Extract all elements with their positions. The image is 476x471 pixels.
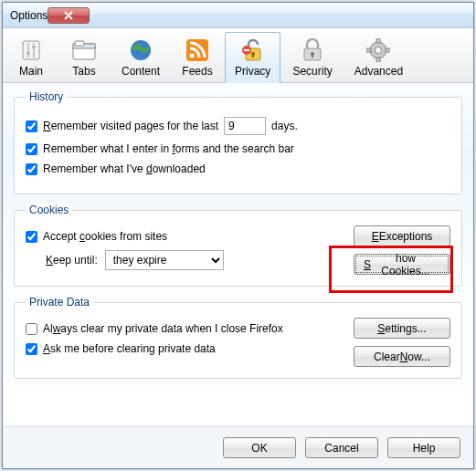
clear-now-button[interactable]: Clear Now... [354, 346, 450, 367]
tab-label: Security [292, 65, 332, 78]
svg-rect-22 [376, 38, 380, 43]
keep-until-select[interactable]: they expire [105, 250, 224, 270]
tab-content[interactable]: Content [111, 32, 170, 83]
rss-icon [186, 39, 208, 61]
svg-rect-24 [366, 48, 371, 52]
accept-cookies-label: Accept cookies from sites [43, 230, 167, 243]
svg-rect-0 [23, 41, 39, 59]
tab-security[interactable]: Security [282, 32, 342, 83]
content-area: History Remember visited pages for the l… [3, 83, 473, 426]
accept-cookies-checkbox[interactable] [26, 231, 37, 243]
options-window: Options Main Tabs Content Feeds Privacy … [2, 2, 474, 469]
window-title: Options [10, 9, 48, 22]
close-button[interactable] [48, 7, 90, 24]
tab-label: Main [19, 65, 43, 78]
exceptions-button[interactable]: EExceptions [354, 225, 450, 246]
padlock-icon [302, 38, 323, 62]
ask-before-clear-checkbox[interactable] [26, 343, 37, 355]
svg-rect-7 [75, 41, 84, 46]
globe-icon [129, 38, 153, 62]
svg-rect-19 [312, 54, 313, 58]
keep-until-label: Keep until: [46, 254, 98, 267]
history-legend: History [26, 90, 67, 103]
always-clear-checkbox[interactable] [26, 323, 37, 335]
cookies-group: Cookies Accept cookies from sites Keep u… [14, 204, 462, 287]
tab-label: Tabs [72, 65, 95, 78]
close-icon [64, 11, 73, 20]
svg-rect-3 [26, 52, 30, 55]
always-clear-label: Always clear my private data when I clos… [43, 322, 283, 335]
tab-tabs[interactable]: Tabs [58, 32, 110, 83]
svg-rect-16 [244, 49, 249, 51]
remember-visited-label: Remember visited pages for the last [43, 120, 218, 132]
settings-button[interactable]: Settings... [354, 318, 450, 339]
tab-label: Advanced [354, 65, 403, 78]
tab-label: Privacy [235, 65, 270, 78]
help-button[interactable]: Help [387, 437, 460, 458]
ok-button[interactable]: OK [223, 437, 296, 458]
svg-rect-25 [386, 48, 390, 52]
remember-visited-checkbox[interactable] [26, 120, 37, 132]
tab-label: Feeds [182, 65, 212, 78]
tab-label: Content [122, 65, 160, 78]
svg-point-9 [136, 43, 140, 48]
cancel-button[interactable]: Cancel [305, 437, 378, 458]
remember-downloads-checkbox[interactable] [26, 163, 37, 175]
show-cookies-button[interactable]: Show Cookies... [354, 254, 450, 275]
ask-before-clear-label: Ask me before clearing private data [43, 342, 216, 355]
private-data-legend: Private Data [26, 296, 93, 309]
dialog-footer: OK Cancel Help [3, 426, 473, 468]
window-icon [72, 40, 96, 60]
cookies-legend: Cookies [26, 204, 72, 216]
tab-feeds[interactable]: Feeds [172, 32, 223, 83]
visited-days-input[interactable] [224, 117, 266, 135]
gear-icon [366, 38, 390, 62]
svg-point-11 [190, 54, 195, 58]
days-label: days. [271, 120, 298, 132]
remember-forms-checkbox[interactable] [26, 143, 37, 155]
titlebar: Options [3, 3, 473, 28]
private-data-group: Private Data Always clear my private dat… [14, 296, 462, 379]
slider-icon [20, 39, 42, 61]
remember-forms-label: Remember what I enter in forms and the s… [43, 142, 294, 155]
tab-privacy[interactable]: Privacy [225, 32, 280, 83]
tab-main[interactable]: Main [5, 32, 57, 83]
remember-downloads-label: Remember what I've downloaded [43, 162, 206, 175]
svg-rect-4 [32, 46, 36, 48]
svg-point-21 [376, 47, 382, 54]
tab-toolbar: Main Tabs Content Feeds Privacy Security… [3, 28, 473, 83]
tab-advanced[interactable]: Advanced [344, 32, 413, 83]
svg-rect-23 [376, 58, 380, 62]
svg-rect-14 [252, 54, 254, 58]
history-group: History Remember visited pages for the l… [14, 90, 462, 194]
padlock-open-icon [242, 38, 264, 62]
